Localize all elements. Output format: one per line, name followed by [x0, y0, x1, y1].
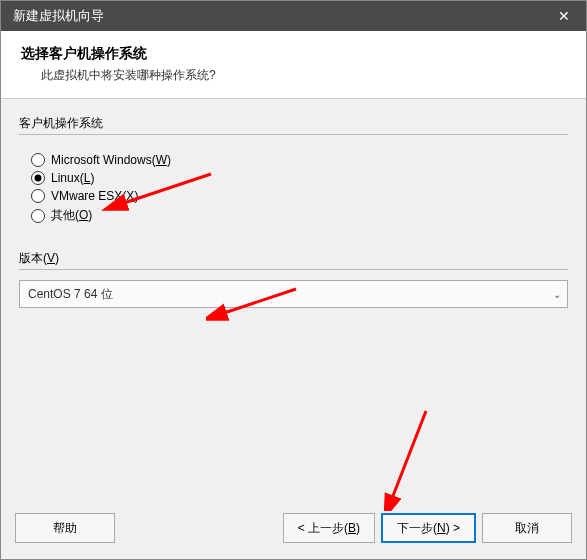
radio-other[interactable]: 其他(O): [31, 207, 560, 224]
wizard-window: 新建虚拟机向导 ✕ 选择客户机操作系统 此虚拟机中将安装哪种操作系统? 客户机操…: [0, 0, 587, 560]
close-button[interactable]: ✕: [541, 1, 586, 31]
titlebar: 新建虚拟机向导 ✕: [1, 1, 586, 31]
radio-label: Microsoft Windows(W): [51, 153, 171, 167]
radio-icon: [31, 209, 45, 223]
radio-label: 其他(O): [51, 207, 92, 224]
os-group-label: 客户机操作系统: [19, 115, 568, 132]
radio-icon: [31, 171, 45, 185]
version-dropdown[interactable]: CentOS 7 64 位 ⌄: [19, 280, 568, 308]
window-title: 新建虚拟机向导: [13, 7, 104, 25]
version-selected: CentOS 7 64 位: [28, 286, 113, 303]
close-icon: ✕: [558, 8, 570, 24]
chevron-down-icon: ⌄: [553, 289, 561, 300]
wizard-header: 选择客户机操作系统 此虚拟机中将安装哪种操作系统?: [1, 31, 586, 99]
radio-linux[interactable]: Linux(L): [31, 171, 560, 185]
radio-vmware-esx[interactable]: VMware ESX(X): [31, 189, 560, 203]
radio-label: VMware ESX(X): [51, 189, 138, 203]
page-description: 此虚拟机中将安装哪种操作系统?: [41, 67, 566, 84]
radio-icon: [31, 189, 45, 203]
radio-windows[interactable]: Microsoft Windows(W): [31, 153, 560, 167]
os-radio-group: Microsoft Windows(W) Linux(L) VMware ESX…: [19, 134, 568, 246]
cancel-button[interactable]: 取消: [482, 513, 572, 543]
version-label: 版本(V): [19, 250, 568, 267]
help-button[interactable]: 帮助: [15, 513, 115, 543]
page-title: 选择客户机操作系统: [21, 45, 566, 63]
radio-icon: [31, 153, 45, 167]
next-button[interactable]: 下一步(N) >: [381, 513, 476, 543]
version-group: 版本(V) CentOS 7 64 位 ⌄: [19, 250, 568, 308]
radio-label: Linux(L): [51, 171, 94, 185]
back-button[interactable]: < 上一步(B): [283, 513, 375, 543]
wizard-body: 客户机操作系统 Microsoft Windows(W) Linux(L) VM…: [1, 99, 586, 503]
wizard-footer: 帮助 < 上一步(B) 下一步(N) > 取消: [1, 503, 586, 559]
